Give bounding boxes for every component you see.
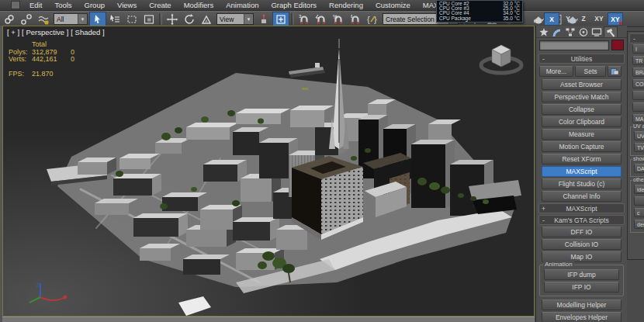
tab-utilities[interactable] bbox=[604, 26, 618, 37]
menu-create[interactable]: Create bbox=[143, 1, 178, 9]
viewport-shading-menu[interactable]: [ Shaded ] bbox=[71, 28, 104, 36]
modelling-helper-button[interactable]: Modelling Helper bbox=[542, 299, 621, 310]
cpu-package-value: 35.0 °C bbox=[503, 16, 520, 21]
utility-button-flight-studio[interactable]: Flight Studio (c) bbox=[542, 178, 621, 189]
utilities-config-button[interactable] bbox=[608, 66, 621, 77]
other-button-2[interactable] bbox=[634, 196, 644, 206]
maxscript-rollout-header[interactable]: + MAXScript bbox=[538, 203, 625, 213]
edit-named-selection-sets-button[interactable]: {} bbox=[364, 12, 381, 26]
side-panel-rollout-header[interactable]: - bbox=[629, 33, 644, 43]
tv-button[interactable]: TV bbox=[634, 143, 644, 152]
rollout-collapse-icon: - bbox=[630, 35, 639, 43]
viewport-general-menu[interactable]: [ + ] bbox=[7, 28, 19, 36]
side-button-5[interactable] bbox=[632, 91, 644, 100]
menu-edit[interactable]: Edit bbox=[23, 1, 48, 9]
main-toolbar: All ▼ View ▼ bbox=[0, 11, 644, 27]
selection-filter-dropdown[interactable]: All ▼ bbox=[54, 13, 88, 25]
object-color-swatch[interactable] bbox=[611, 40, 624, 50]
uv-button[interactable]: UV bbox=[634, 131, 644, 140]
app-icon[interactable] bbox=[11, 1, 20, 9]
menu-customize[interactable]: Customize bbox=[369, 1, 417, 9]
stats-verts-value: 442,161 bbox=[32, 56, 71, 64]
object-name-input[interactable] bbox=[539, 40, 609, 50]
command-panel: - Utilities More... Sets Asset Browser P… bbox=[535, 26, 627, 322]
select-object-button[interactable] bbox=[89, 12, 106, 26]
side-button-ma[interactable]: MA bbox=[632, 114, 644, 123]
percent-snap-toggle-button[interactable]: % bbox=[330, 12, 347, 26]
select-and-scale-button[interactable] bbox=[198, 12, 215, 26]
more-button[interactable]: More... bbox=[539, 66, 573, 77]
select-by-name-icon bbox=[109, 13, 121, 26]
perspective-viewport[interactable]: [ + ] [ Perspective ] [ Shaded ] Total P… bbox=[2, 26, 535, 317]
dropdown-arrow-icon: ▼ bbox=[244, 14, 253, 24]
menu-graph-editors[interactable]: Graph Editors bbox=[265, 1, 323, 9]
menu-tools[interactable]: Tools bbox=[48, 1, 78, 9]
utility-button-perspective-match[interactable]: Perspective Match bbox=[542, 92, 621, 102]
menu-modifiers[interactable]: Modifiers bbox=[178, 1, 220, 9]
show-group: show ve DAY bbox=[630, 159, 644, 177]
select-and-move-button[interactable] bbox=[164, 12, 181, 26]
tab-create[interactable] bbox=[538, 27, 550, 37]
snap-toggle-button[interactable]: 3 bbox=[296, 12, 313, 26]
menu-views[interactable]: Views bbox=[111, 1, 143, 9]
stats-fps-label: FPS: bbox=[9, 71, 32, 78]
spinner-snap-icon bbox=[349, 13, 362, 26]
utility-button-motion-capture[interactable]: Motion Capture bbox=[542, 141, 621, 152]
side-button-col[interactable]: COL bbox=[632, 79, 644, 88]
ide-button[interactable]: ide bbox=[634, 185, 644, 194]
side-button-6[interactable] bbox=[632, 102, 644, 112]
rectangular-selection-region-button[interactable] bbox=[123, 12, 140, 26]
window-crossing-icon bbox=[143, 13, 155, 26]
3dsmax-window: Edit Tools Group Views Create Modifiers … bbox=[0, 0, 644, 322]
display-icon bbox=[591, 27, 602, 37]
menu-rendering[interactable]: Rendering bbox=[323, 1, 369, 9]
menu-animation[interactable]: Animation bbox=[220, 1, 265, 9]
ifp-dump-button[interactable]: IFP dump bbox=[544, 269, 619, 280]
utility-button-asset-browser[interactable]: Asset Browser bbox=[542, 79, 621, 90]
tab-display[interactable] bbox=[590, 27, 603, 37]
select-and-link-button[interactable] bbox=[1, 12, 18, 26]
motion-icon bbox=[578, 27, 589, 37]
utilities-rollout-header[interactable]: - Utilities bbox=[538, 54, 625, 64]
side-button-1[interactable]: I bbox=[632, 44, 644, 54]
collision-io-button[interactable]: Collision IO bbox=[542, 239, 621, 250]
utility-button-measure[interactable]: Measure bbox=[542, 129, 621, 140]
restrict-x-button[interactable]: X bbox=[544, 12, 559, 26]
select-and-rotate-button[interactable] bbox=[181, 12, 198, 26]
bind-to-space-warp-button[interactable] bbox=[35, 12, 52, 26]
create-icon bbox=[538, 27, 549, 37]
tab-motion[interactable] bbox=[577, 27, 590, 37]
select-and-manipulate-button[interactable] bbox=[272, 12, 289, 26]
side-button-bra[interactable]: BRA bbox=[632, 68, 644, 77]
other-button-c[interactable]: c bbox=[634, 208, 644, 217]
select-by-name-button[interactable] bbox=[106, 12, 123, 26]
dese-button[interactable]: dese bbox=[634, 220, 644, 229]
side-button-tr[interactable]: TR bbox=[632, 56, 644, 65]
reference-coordinate-dropdown[interactable]: View ▼ bbox=[216, 13, 254, 25]
restrict-xy-plane-lock-button[interactable]: XY bbox=[608, 12, 623, 26]
utility-button-color-clipboard[interactable]: Color Clipboard bbox=[542, 116, 621, 127]
angle-snap-toggle-button[interactable] bbox=[313, 12, 330, 26]
utility-button-reset-xform[interactable]: Reset XForm bbox=[542, 154, 621, 164]
viewcube[interactable] bbox=[476, 36, 526, 81]
utility-button-maxscript[interactable]: MAXScript bbox=[542, 166, 621, 177]
window-crossing-toggle-button[interactable] bbox=[140, 12, 158, 26]
use-pivot-center-button[interactable] bbox=[255, 12, 272, 26]
utility-button-collapse[interactable]: Collapse bbox=[542, 104, 621, 115]
unlink-selection-button[interactable] bbox=[18, 12, 35, 26]
dff-io-button[interactable]: DFF IO bbox=[542, 227, 621, 237]
kam-gta-scripts-rollout-header[interactable]: - Kam's GTA Scripts bbox=[538, 215, 625, 225]
sets-button[interactable]: Sets bbox=[575, 66, 606, 77]
ifp-io-button[interactable]: IFP IO bbox=[544, 282, 619, 293]
utility-button-channel-info[interactable]: Channel Info bbox=[542, 191, 621, 202]
restrict-y-button[interactable]: Y bbox=[561, 12, 575, 24]
restrict-z-button[interactable]: Z bbox=[576, 12, 590, 24]
viewport-pov-menu[interactable]: [ Perspective ] bbox=[22, 28, 68, 36]
menu-group[interactable]: Group bbox=[78, 1, 111, 9]
tab-hierarchy[interactable] bbox=[564, 27, 576, 37]
day-button[interactable]: DAY bbox=[634, 164, 644, 173]
spinner-snap-toggle-button[interactable] bbox=[347, 12, 364, 26]
restrict-xy-plane-button[interactable]: XY bbox=[592, 12, 606, 24]
stats-fps-value: 21.870 bbox=[32, 71, 71, 78]
tab-modify[interactable] bbox=[551, 27, 563, 37]
